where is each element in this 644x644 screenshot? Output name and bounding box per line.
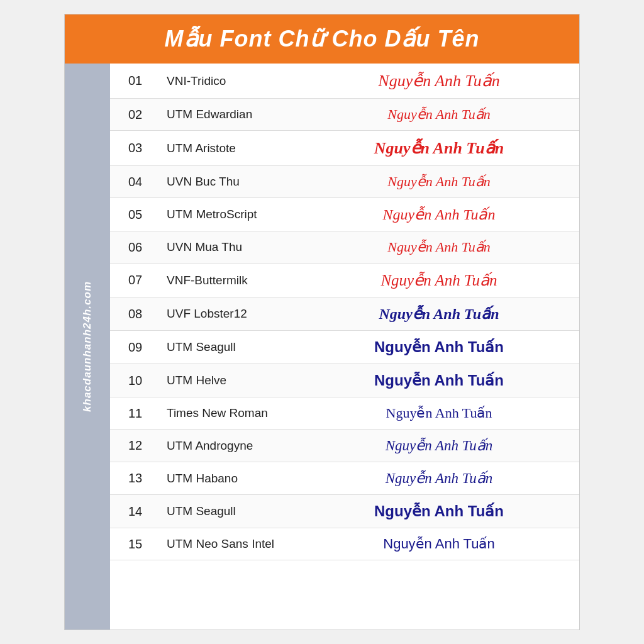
- font-sample: Nguyễn Anh Tuấn: [299, 131, 579, 166]
- sidebar-text: khacdaunhanh24h.com: [81, 281, 94, 412]
- table-row: 01VNI-TridicoNguyễn Anh Tuấn: [110, 64, 579, 99]
- font-sample: Nguyễn Anh Tuấn: [299, 495, 579, 528]
- header: Mẫu Font Chữ Cho Dấu Tên: [65, 14, 579, 64]
- font-name: UTM Neo Sans Intel: [160, 528, 299, 560]
- font-sample: Nguyễn Anh Tuấn: [299, 64, 579, 99]
- table-row: 05UTM MetroScriptNguyễn Anh Tuấn: [110, 198, 579, 231]
- table-row: 02UTM EdwardianNguyễn Anh Tuấn: [110, 99, 579, 131]
- font-name: UTM Androgyne: [160, 430, 299, 462]
- row-number: 11: [110, 397, 160, 430]
- row-number: 13: [110, 462, 160, 495]
- table-row: 07VNF-ButtermilkNguyễn Anh Tuấn: [110, 264, 579, 297]
- font-table: 01VNI-TridicoNguyễn Anh Tuấn02UTM Edward…: [110, 64, 579, 560]
- row-number: 08: [110, 297, 160, 331]
- font-name: UTM Habano: [160, 462, 299, 495]
- font-sample: Nguyễn Anh Tuấn: [299, 99, 579, 131]
- font-name: UTM Aristote: [160, 131, 299, 166]
- font-sample: Nguyễn Anh Tuấn: [299, 198, 579, 231]
- font-sample: Nguyễn Anh Tuấn: [299, 397, 579, 430]
- font-name: UVN Mua Thu: [160, 231, 299, 264]
- font-name: UTM Seagull: [160, 495, 299, 528]
- font-sample: Nguyễn Anh Tuấn: [299, 528, 579, 560]
- row-number: 04: [110, 166, 160, 198]
- table-row: 14UTM SeagullNguyễn Anh Tuấn: [110, 495, 579, 528]
- row-number: 07: [110, 264, 160, 297]
- table-row: 09UTM SeagullNguyễn Anh Tuấn: [110, 331, 579, 364]
- font-sample: Nguyễn Anh Tuấn: [299, 364, 579, 397]
- font-name: UVN Buc Thu: [160, 166, 299, 198]
- header-title: Mẫu Font Chữ Cho Dấu Tên: [165, 26, 480, 52]
- font-name: UTM Helve: [160, 364, 299, 397]
- row-number: 12: [110, 430, 160, 462]
- font-sample: Nguyễn Anh Tuấn: [299, 231, 579, 264]
- row-number: 03: [110, 131, 160, 166]
- row-number: 09: [110, 331, 160, 364]
- font-sample: Nguyễn Anh Tuấn: [299, 166, 579, 198]
- font-name: UVF Lobster12: [160, 297, 299, 331]
- table-row: 08UVF Lobster12Nguyễn Anh Tuấn: [110, 297, 579, 331]
- font-name: UTM MetroScript: [160, 198, 299, 231]
- table-row: 13UTM HabanoNguyễn Anh Tuấn: [110, 462, 579, 495]
- table-wrapper: 01VNI-TridicoNguyễn Anh Tuấn02UTM Edward…: [110, 64, 579, 630]
- row-number: 14: [110, 495, 160, 528]
- table-row: 04UVN Buc ThuNguyễn Anh Tuấn: [110, 166, 579, 198]
- row-number: 05: [110, 198, 160, 231]
- font-sample: Nguyễn Anh Tuấn: [299, 297, 579, 331]
- font-name: UTM Seagull: [160, 331, 299, 364]
- font-name: VNI-Tridico: [160, 64, 299, 99]
- sidebar: khacdaunhanh24h.com: [65, 64, 110, 630]
- table-row: 06UVN Mua ThuNguyễn Anh Tuấn: [110, 231, 579, 264]
- row-number: 06: [110, 231, 160, 264]
- table-row: 15UTM Neo Sans IntelNguyễn Anh Tuấn: [110, 528, 579, 560]
- body-wrapper: khacdaunhanh24h.com 01VNI-TridicoNguyễn …: [65, 64, 579, 630]
- font-sample: Nguyễn Anh Tuấn: [299, 331, 579, 364]
- row-number: 10: [110, 364, 160, 397]
- table-row: 03UTM AristoteNguyễn Anh Tuấn: [110, 131, 579, 166]
- row-number: 15: [110, 528, 160, 560]
- table-row: 11Times New RomanNguyễn Anh Tuấn: [110, 397, 579, 430]
- font-name: Times New Roman: [160, 397, 299, 430]
- table-row: 12UTM AndrogyneNguyễn Anh Tuấn: [110, 430, 579, 462]
- font-name: VNF-Buttermilk: [160, 264, 299, 297]
- font-sample: Nguyễn Anh Tuấn: [299, 462, 579, 495]
- font-sample: Nguyễn Anh Tuấn: [299, 430, 579, 462]
- row-number: 02: [110, 99, 160, 131]
- font-sample: Nguyễn Anh Tuấn: [299, 264, 579, 297]
- main-card: Mẫu Font Chữ Cho Dấu Tên khacdaunhanh24h…: [64, 14, 580, 630]
- row-number: 01: [110, 64, 160, 99]
- table-row: 10UTM HelveNguyễn Anh Tuấn: [110, 364, 579, 397]
- font-name: UTM Edwardian: [160, 99, 299, 131]
